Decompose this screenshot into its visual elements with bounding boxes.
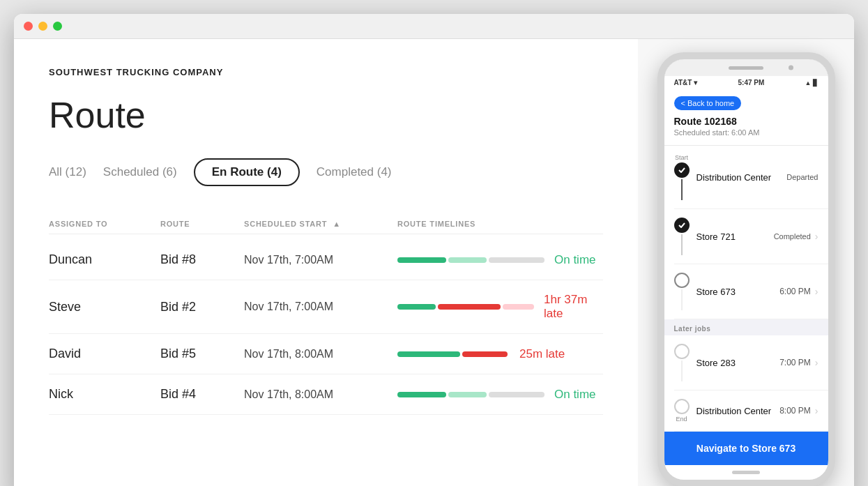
bar-segment	[397, 392, 446, 397]
header-route: ROUTE	[160, 220, 244, 228]
bar-segment	[462, 351, 508, 357]
home-indicator-bar	[664, 465, 828, 480]
timeline-connector	[681, 179, 683, 200]
timeline-bars	[397, 351, 510, 357]
timeline-dot-current	[674, 273, 690, 288]
chevron-right-icon[interactable]: ›	[815, 231, 818, 242]
bar-segment	[489, 392, 545, 397]
stop-status: Completed	[774, 232, 811, 241]
stop-name: Store 673	[696, 287, 773, 297]
header-route-timelines: ROUTE TIMELINES	[397, 220, 603, 228]
stop-info: Store 673	[696, 287, 773, 297]
chevron-right-icon[interactable]: ›	[815, 357, 818, 368]
row-timeline: On time	[397, 253, 603, 267]
later-jobs-label: Later jobs	[664, 319, 828, 335]
right-panel: AT&T ▾ 5:47 PM ▲ ▊ < Back to home Route …	[638, 39, 854, 486]
bar-segment	[448, 392, 487, 397]
tab-completed[interactable]: Completed (4)	[317, 160, 392, 185]
timeline-list: Start Distribution Center Departed	[664, 146, 828, 319]
dot-maximize[interactable]	[53, 22, 62, 31]
tab-scheduled[interactable]: Scheduled (6)	[103, 160, 177, 185]
status-badge: 1hr 37m late	[544, 293, 603, 321]
navigate-button[interactable]: Navigate to Store 673	[664, 432, 828, 465]
home-indicator	[732, 471, 760, 474]
phone-top-bezel	[664, 59, 828, 76]
route-title: Route 102168	[674, 116, 818, 127]
stop-right: 6:00 PM ›	[779, 286, 818, 297]
stop-time: 7:00 PM	[779, 358, 811, 367]
row-date: Nov 17th, 8:00AM	[244, 348, 397, 360]
stop-info: Distribution Center	[696, 172, 780, 183]
timeline-connector	[681, 234, 683, 255]
status-badge: 25m late	[519, 347, 565, 361]
timeline-bars	[397, 392, 545, 397]
row-route: Bid #4	[160, 387, 244, 402]
row-timeline: On time	[397, 388, 603, 402]
phone-status-bar: AT&T ▾ 5:47 PM ▲ ▊	[664, 76, 828, 89]
timeline-dot-future	[674, 399, 690, 414]
stop-name: Distribution Center	[696, 172, 780, 183]
timeline-item: End Distribution Center 8:00 PM ›	[674, 390, 828, 432]
table-row: Nick Bid #4 Nov 17th, 8:00AM On time	[49, 374, 603, 415]
start-label: Start	[675, 154, 688, 161]
table-row: Steve Bid #2 Nov 17th, 7:00AM 1hr 37m la…	[49, 280, 603, 334]
bar-segment	[397, 351, 460, 357]
timeline-connector	[681, 289, 683, 310]
timeline-dot-completed	[674, 162, 690, 178]
timeline-dot-future	[674, 344, 690, 359]
table-header: ASSIGNED TO ROUTE SCHEDULED START ▲ ROUT…	[49, 214, 603, 234]
sort-arrow-icon: ▲	[333, 220, 341, 228]
time-label: 5:47 PM	[738, 79, 764, 86]
table-row: David Bid #5 Nov 17th, 8:00AM 25m late	[49, 334, 603, 374]
row-date: Nov 17th, 8:00AM	[244, 388, 397, 401]
phone-speaker	[729, 66, 763, 70]
timeline-item: Store 721 Completed ›	[674, 209, 828, 264]
company-name: SOUTHWEST TRUCKING COMPANY	[49, 67, 603, 77]
timeline-bars	[397, 304, 534, 310]
stop-info: Store 721	[696, 231, 767, 242]
bar-segment	[489, 257, 545, 263]
timeline-item: Store 673 6:00 PM ›	[674, 264, 828, 319]
header-assigned-to: ASSIGNED TO	[49, 220, 160, 228]
bar-segment	[397, 257, 446, 263]
dot-minimize[interactable]	[38, 22, 47, 31]
header-scheduled-start: SCHEDULED START ▲	[244, 220, 397, 228]
end-label: End	[676, 416, 687, 423]
dot-close[interactable]	[24, 22, 33, 31]
wifi-icon: ▲	[805, 79, 812, 86]
back-button[interactable]: < Back to home	[674, 96, 742, 110]
row-timeline: 1hr 37m late	[397, 293, 603, 321]
chevron-right-icon[interactable]: ›	[815, 286, 818, 297]
bar-segment	[438, 304, 501, 310]
row-name: Steve	[49, 300, 160, 314]
later-jobs-list: Store 283 7:00 PM › End	[664, 335, 828, 432]
timeline-item: Store 283 7:00 PM ›	[674, 335, 828, 390]
timeline-connector	[681, 360, 683, 381]
stop-info: Store 283	[696, 358, 773, 368]
bar-segment	[448, 257, 487, 263]
tabs-container: All (12) Scheduled (6) En Route (4) Comp…	[49, 158, 603, 186]
titlebar	[14, 14, 854, 39]
stop-name: Distribution Center	[696, 406, 773, 416]
bar-segment	[397, 304, 436, 310]
phone-mockup: AT&T ▾ 5:47 PM ▲ ▊ < Back to home Route …	[657, 52, 835, 486]
timeline-bars	[397, 257, 545, 263]
stop-time: 8:00 PM	[779, 406, 811, 416]
chevron-right-icon[interactable]: ›	[815, 405, 818, 416]
stop-right: Departed	[786, 173, 818, 181]
phone-header: < Back to home Route 102168 Scheduled st…	[664, 89, 828, 146]
row-date: Nov 17th, 7:00AM	[244, 301, 397, 313]
timeline-item: Start Distribution Center Departed	[674, 146, 828, 209]
stop-right: 7:00 PM ›	[779, 357, 818, 368]
tab-all[interactable]: All (12)	[49, 160, 86, 185]
tab-en-route[interactable]: En Route (4)	[194, 158, 300, 186]
status-icons: ▲ ▊	[805, 79, 818, 86]
phone-camera	[789, 66, 793, 70]
status-badge: On time	[554, 388, 596, 402]
battery-icon: ▊	[813, 79, 818, 86]
row-route: Bid #8	[160, 252, 244, 267]
row-route: Bid #5	[160, 347, 244, 361]
row-timeline: 25m late	[397, 347, 603, 361]
stop-name: Store 283	[696, 358, 773, 368]
row-name: David	[49, 347, 160, 361]
